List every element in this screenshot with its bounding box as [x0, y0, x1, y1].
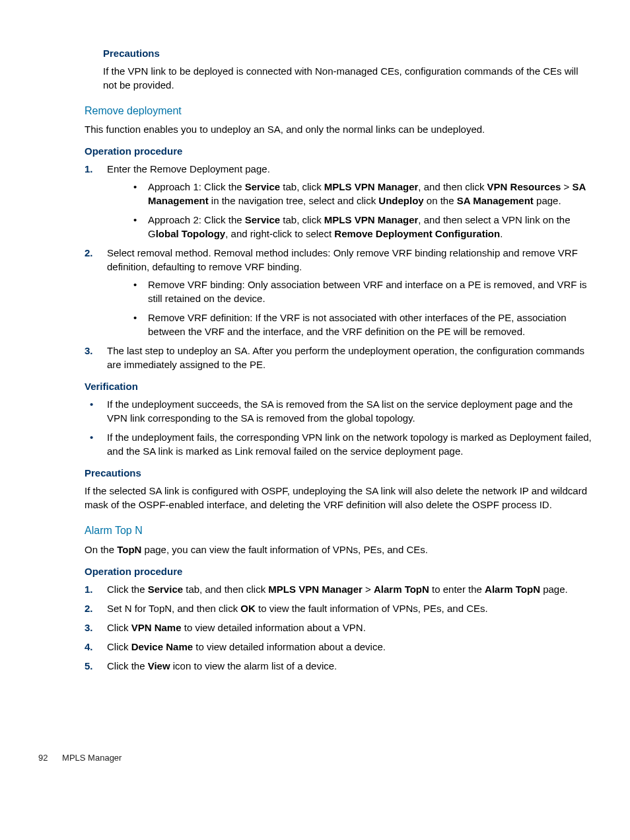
step-2: 2. Select removal method. Removal method…: [85, 246, 594, 338]
alarm-step-3: 3. Click VPN Name to view detailed infor…: [85, 621, 594, 634]
step-number: 1.: [85, 162, 93, 176]
alarm-steps: 1. Click the Service tab, and then click…: [85, 582, 594, 673]
verification-success: If the undeployment succeeds, the SA is …: [85, 397, 594, 425]
alarm-step-2: 2. Set N for TopN, and then click OK to …: [85, 601, 594, 615]
heading-precautions: Precautions: [103, 46, 594, 60]
page-content: Precautions If the VPN link to be deploy…: [0, 0, 630, 790]
alarm-step-4: 4. Click Device Name to view detailed in…: [85, 640, 594, 654]
heading-operation-procedure: Operation procedure: [85, 144, 594, 158]
step-number: 2.: [85, 601, 93, 615]
remove-intro: This function enables you to undeploy an…: [85, 122, 594, 136]
alarm-step-1: 1. Click the Service tab, and then click…: [85, 582, 594, 596]
bullet-remove-binding: Remove VRF binding: Only association bet…: [107, 278, 594, 305]
step-number: 3.: [85, 621, 93, 634]
step-text: Select removal method. Removal method in…: [107, 247, 578, 272]
page-footer: 92 MPLS Manager: [38, 752, 594, 764]
step-1: 1. Enter the Remove Deployment page. App…: [85, 162, 594, 241]
step-number: 4.: [85, 640, 93, 654]
step-1-bullets: Approach 1: Click the Service tab, click…: [107, 180, 594, 241]
verification-fail: If the undeployment fails, the correspon…: [85, 430, 594, 458]
step-3: 3. The last step to undeploy an SA. Afte…: [85, 344, 594, 371]
precautions-text-2: If the selected SA link is configured wi…: [85, 484, 594, 512]
step-text: Enter the Remove Deployment page.: [107, 163, 270, 174]
heading-remove-deployment: Remove deployment: [85, 104, 594, 118]
step-number: 1.: [85, 582, 93, 596]
step-number: 2.: [85, 246, 93, 260]
remove-steps: 1. Enter the Remove Deployment page. App…: [85, 162, 594, 371]
alarm-step-5: 5. Click the View icon to view the alarm…: [85, 659, 594, 673]
approach-2: Approach 2: Click the Service tab, click…: [107, 213, 594, 241]
step-number: 5.: [85, 659, 93, 673]
alarm-intro: On the TopN page, you can view the fault…: [85, 543, 594, 556]
page-number: 92: [38, 753, 48, 763]
approach-1: Approach 1: Click the Service tab, click…: [107, 180, 594, 208]
verification-bullets: If the undeployment succeeds, the SA is …: [85, 397, 594, 458]
footer-title: MPLS Manager: [62, 753, 122, 763]
heading-verification: Verification: [85, 379, 594, 393]
heading-alarm-topn: Alarm Top N: [85, 523, 594, 538]
step-text: The last step to undeploy an SA. After y…: [107, 345, 584, 370]
step-2-bullets: Remove VRF binding: Only association bet…: [107, 278, 594, 338]
heading-operation-procedure-2: Operation procedure: [85, 564, 594, 578]
bullet-remove-definition: Remove VRF definition: If the VRF is not…: [107, 311, 594, 338]
heading-precautions-2: Precautions: [85, 466, 594, 480]
step-number: 3.: [85, 344, 93, 358]
precautions-text: If the VPN link to be deployed is connec…: [103, 64, 594, 92]
